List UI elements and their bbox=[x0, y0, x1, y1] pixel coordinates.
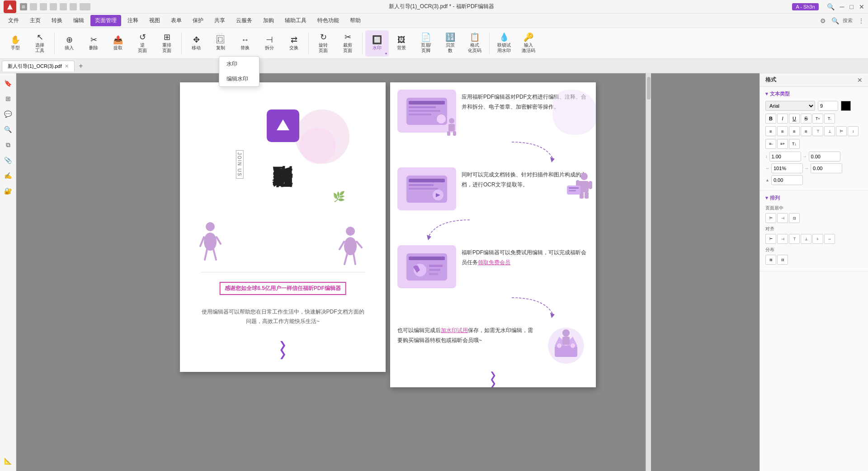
align-bottom-btn[interactable]: ⊢ bbox=[836, 126, 847, 136]
tool-delete[interactable]: ✂ 删除 bbox=[82, 30, 105, 57]
tool-bates[interactable]: 🔢 贝茨数 bbox=[439, 30, 462, 57]
tool-rearrange[interactable]: ⊞ 重排页面 bbox=[155, 30, 179, 57]
menu-features[interactable]: 特色功能 bbox=[313, 15, 344, 26]
tool-move[interactable]: ✥ 移动 bbox=[184, 30, 208, 57]
bold-btn[interactable]: B bbox=[765, 114, 776, 124]
section4-link[interactable]: 加水印试用 bbox=[441, 327, 468, 333]
center-h-btn[interactable]: ⊢ bbox=[765, 213, 776, 223]
tool-copy[interactable]: ⿴ 复制 bbox=[209, 30, 232, 57]
obj-align-left-btn[interactable]: ⊢ bbox=[765, 234, 776, 244]
menu-view[interactable]: 视图 bbox=[145, 15, 165, 26]
align-right-btn[interactable]: ≡ bbox=[789, 126, 800, 136]
maximize-btn[interactable]: □ bbox=[850, 3, 854, 10]
line-spacing-input[interactable] bbox=[769, 152, 801, 162]
tool-extract[interactable]: 📤 提取 bbox=[106, 30, 130, 57]
tab-pdf[interactable]: 新人引导(1)_OCR(3).pdf ✕ bbox=[2, 61, 75, 71]
tool-select[interactable]: ↖ 选择工具 bbox=[28, 30, 52, 57]
text-size-decrease-btn[interactable]: T↓ bbox=[789, 139, 800, 149]
obj-align-bottom-btn[interactable]: ↔ bbox=[824, 234, 835, 244]
align-justify-btn[interactable]: ≡ bbox=[801, 126, 811, 136]
content-scrollbar[interactable] bbox=[646, 73, 651, 471]
obj-align-right-btn[interactable]: ⊤ bbox=[789, 234, 800, 244]
tool-replace[interactable]: ↔ 替换 bbox=[233, 30, 257, 57]
tool-format-page[interactable]: 📋 格式化页码 bbox=[463, 30, 486, 57]
font-name-select[interactable]: Arial bbox=[765, 101, 815, 111]
menu-assist[interactable]: 辅助工具 bbox=[280, 15, 311, 26]
tool-reverse[interactable]: ↺ 逆页面 bbox=[131, 30, 154, 57]
tab-close-btn[interactable]: ✕ bbox=[65, 63, 69, 69]
align-middle-btn[interactable]: ⊥ bbox=[824, 126, 835, 136]
menu-annotate[interactable]: 注释 bbox=[123, 15, 143, 26]
text-direction-btn[interactable]: ↕ bbox=[848, 126, 859, 136]
obj-align-top-btn[interactable]: ⊥ bbox=[801, 234, 811, 244]
center-both-btn[interactable]: ⊡ bbox=[789, 213, 800, 223]
menu-form[interactable]: 表单 bbox=[166, 15, 186, 26]
tool-insert[interactable]: ⊕ 插入 bbox=[57, 30, 81, 57]
strikethrough-btn[interactable]: S bbox=[801, 114, 811, 124]
indent-input[interactable] bbox=[809, 152, 840, 162]
menu-home[interactable]: 主页 bbox=[25, 15, 45, 26]
subscript-btn[interactable]: T- bbox=[824, 114, 835, 124]
menu-protect[interactable]: 保护 bbox=[188, 15, 208, 26]
align-left-btn[interactable]: ≡ bbox=[765, 126, 776, 136]
close-btn[interactable]: ✕ bbox=[859, 3, 864, 10]
superscript-btn[interactable]: T+ bbox=[812, 114, 823, 124]
list-outdent-btn[interactable]: ≡+ bbox=[777, 139, 788, 149]
menu-purchase[interactable]: 加购 bbox=[259, 15, 278, 26]
menu-convert[interactable]: 转换 bbox=[47, 15, 67, 26]
panel-close-icon[interactable]: ✕ bbox=[857, 76, 863, 84]
sidebar-attachment-icon[interactable]: 📎 bbox=[2, 154, 14, 167]
dropdown-watermark[interactable]: 水印 bbox=[219, 57, 259, 71]
sidebar-pages-icon[interactable]: ⊞ bbox=[2, 92, 14, 105]
tool-hand[interactable]: ✋ 手型 bbox=[4, 30, 27, 57]
font-color-picker[interactable] bbox=[841, 101, 851, 111]
sidebar-signature-icon[interactable]: ✍ bbox=[2, 169, 14, 182]
font-size-input[interactable] bbox=[818, 101, 838, 111]
obj-align-middle-btn[interactable]: ⊦ bbox=[812, 234, 823, 244]
obj-align-center-btn[interactable]: ⊣ bbox=[777, 234, 788, 244]
menu-help[interactable]: 帮助 bbox=[345, 15, 365, 26]
sidebar-annotation-icon[interactable]: 💬 bbox=[2, 108, 14, 120]
sidebar-stamp-icon[interactable]: 🔐 bbox=[2, 185, 14, 197]
sidebar-layers-icon[interactable]: ⧉ bbox=[2, 138, 14, 151]
underline-btn[interactable]: U bbox=[789, 114, 800, 124]
menu-share[interactable]: 共享 bbox=[210, 15, 230, 26]
tab-add-btn[interactable]: + bbox=[75, 61, 86, 71]
sidebar-pages-thumb-icon[interactable]: 📐 bbox=[2, 455, 14, 467]
tool-activation[interactable]: 🔑 输入激活码 bbox=[517, 30, 540, 57]
tool-header-footer[interactable]: 📄 页眉/页脚 bbox=[414, 30, 438, 57]
center-v-btn[interactable]: ⊣ bbox=[777, 213, 788, 223]
menu-edit[interactable]: 编辑 bbox=[69, 15, 89, 26]
sidebar-bookmark-icon[interactable]: 🔖 bbox=[2, 77, 14, 90]
align-top-btn[interactable]: ⊤ bbox=[812, 126, 823, 136]
sidebar-search-icon[interactable]: 🔍 bbox=[2, 123, 14, 136]
minimize-btn[interactable]: ─ bbox=[840, 3, 844, 10]
search-icon[interactable]: 🔍 bbox=[827, 3, 835, 10]
tool-crop[interactable]: ✂ 裁剪页面 bbox=[336, 30, 359, 57]
search-toolbar-icon[interactable]: 🔍 bbox=[831, 17, 839, 24]
tool-rotate[interactable]: ↻ 旋转页面 bbox=[311, 30, 335, 57]
char-scale-input[interactable] bbox=[771, 163, 803, 173]
menu-file[interactable]: 文件 bbox=[4, 15, 24, 26]
tool-swap[interactable]: ⇄ 交换 bbox=[282, 30, 306, 57]
dropdown-edit-watermark[interactable]: 编辑水印 bbox=[219, 71, 259, 86]
distribute-v-btn[interactable]: ⊟ bbox=[777, 255, 788, 265]
tool-split[interactable]: ⊣ 拆分 bbox=[258, 30, 281, 57]
tool-rearrange-label: 重排页面 bbox=[162, 43, 171, 53]
tool-watermark[interactable]: 🔲 水印 ▾ bbox=[365, 30, 389, 57]
list-indent-btn[interactable]: ≡- bbox=[765, 139, 776, 149]
menu-cloud[interactable]: 云服务 bbox=[231, 15, 257, 26]
menu-page-manage[interactable]: 页面管理 bbox=[90, 15, 121, 26]
section3-link[interactable]: 领取免费会员 bbox=[478, 259, 510, 266]
char-spacing-input[interactable] bbox=[811, 163, 842, 173]
toolbar-settings-icon[interactable]: ⚙ bbox=[820, 17, 826, 24]
align-center-btn[interactable]: ≡ bbox=[777, 126, 788, 136]
section1-blob bbox=[552, 90, 596, 135]
tool-lock-watermark[interactable]: 💧 联锁试用水印 bbox=[492, 30, 516, 57]
distribute-h-btn[interactable]: ⊞ bbox=[765, 255, 776, 265]
title-btn3 bbox=[40, 3, 47, 10]
tool-background[interactable]: 🖼 背景 bbox=[390, 30, 413, 57]
baseline-input[interactable] bbox=[771, 175, 803, 185]
more-icon[interactable]: ⋮ bbox=[858, 17, 864, 24]
italic-btn[interactable]: I bbox=[777, 114, 788, 124]
